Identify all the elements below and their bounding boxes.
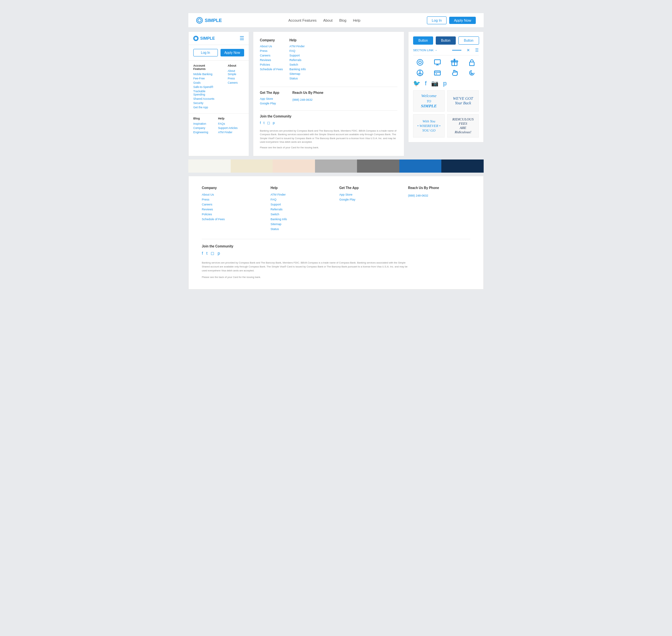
close-icon[interactable]: ✕ [467, 48, 470, 53]
footer-app-title: Get The App [260, 91, 279, 95]
blog-section: Blog Inspiration Company Engineering [193, 117, 208, 135]
bottom-instagram-icon[interactable]: ◻ [211, 251, 214, 256]
bottom-policies[interactable]: Policies [202, 213, 264, 216]
nav-careers[interactable]: Careers [228, 81, 244, 84]
mobile-logo-icon [193, 36, 199, 41]
bottom-legal-text-2: Please see the back of your Card for the… [202, 275, 412, 279]
nav-get-app[interactable]: Get the App [193, 106, 218, 109]
bottom-about-us[interactable]: About Us [202, 193, 264, 196]
nav-account-features[interactable]: Account Features [288, 18, 317, 22]
bottom-schedule-fees[interactable]: Schedule of Fees [202, 218, 264, 221]
instagram-brand-icon[interactable]: 📷 [431, 80, 439, 87]
footer-press[interactable]: Press [260, 49, 283, 53]
fingerprint-icon [465, 69, 479, 77]
section-link[interactable]: SECTION LINK → [413, 48, 437, 52]
footer-policies[interactable]: Policies [260, 63, 283, 66]
login-button[interactable]: Log In [427, 16, 447, 24]
facebook-icon[interactable]: f [260, 121, 261, 125]
bottom-press[interactable]: Press [202, 198, 264, 201]
footer-schedule-fees[interactable]: Schedule of Fees [260, 67, 283, 71]
footer-sitemap[interactable]: Sitemap [289, 72, 306, 76]
footer-support[interactable]: Support [289, 54, 306, 57]
nav-help[interactable]: Help [353, 18, 361, 22]
help-section: Help FAQs Support Articles ATM Finder [218, 117, 238, 135]
bottom-careers[interactable]: Careers [202, 203, 264, 206]
twitter-brand-icon[interactable]: 🐦 [413, 80, 420, 87]
account-features-section: Account Features Mobile Banking Fee-Free… [193, 64, 218, 110]
social-brand-row: 🐦 f 📷 𝕡 [413, 80, 479, 87]
component-btn-blue[interactable]: Button [413, 36, 433, 45]
mobile-login-button[interactable]: Log In [193, 49, 218, 56]
bottom-faq[interactable]: FAQ [271, 198, 333, 201]
with-you-text: With You• WHEREVER •YOU GO [418, 119, 441, 133]
nav-shared-accounts[interactable]: Shared Accounts [193, 97, 218, 100]
footer-app-store[interactable]: App Store [260, 97, 279, 100]
nav-links: Account Features About Blog Help [288, 18, 361, 22]
nav-inspiration[interactable]: Inspiration [193, 122, 208, 125]
monitor-icon [430, 59, 445, 66]
pinterest-brand-icon[interactable]: 𝕡 [443, 80, 447, 87]
nav-safe-to-spend[interactable]: Safe-to-Spend® [193, 85, 218, 88]
menu-icon[interactable]: ☰ [475, 48, 479, 53]
bottom-facebook-icon[interactable]: f [202, 251, 203, 256]
nav-fee-free[interactable]: Fee-Free [193, 77, 218, 80]
bottom-sitemap[interactable]: Sitemap [271, 222, 333, 226]
mobile-nav-buttons: Log In Apply Now [189, 45, 249, 61]
component-btn-dark[interactable]: Button [436, 36, 456, 45]
footer-careers[interactable]: Careers [260, 54, 283, 57]
instagram-icon[interactable]: ◻ [267, 121, 270, 125]
pinterest-icon[interactable]: p [273, 121, 274, 125]
footer-switch[interactable]: Switch [289, 63, 306, 66]
bottom-pinterest-icon[interactable]: p [218, 251, 220, 256]
nav-goals[interactable]: Goals [193, 81, 218, 84]
footer-referrals[interactable]: Referrals [289, 58, 306, 62]
nav-mobile-banking[interactable]: Mobile Banking [193, 73, 218, 76]
bottom-reviews[interactable]: Reviews [202, 208, 264, 211]
bottom-google-play[interactable]: Google Play [339, 198, 402, 201]
bottom-atm-finder[interactable]: ATM Finder [271, 193, 333, 196]
footer-banking-info[interactable]: Banking Info [289, 67, 306, 71]
nav-support-articles[interactable]: Support Articles [218, 126, 238, 130]
nav-company[interactable]: Company [193, 126, 208, 130]
twitter-icon[interactable]: t [264, 121, 264, 125]
bottom-referrals[interactable]: Referrals [271, 208, 333, 211]
nav-about[interactable]: About [323, 18, 333, 22]
footer-atm-finder[interactable]: ATM Finder [289, 45, 306, 48]
nav-press[interactable]: Press [228, 77, 244, 80]
swatch-light-gray [315, 159, 357, 173]
nav-faqs[interactable]: FAQs [218, 122, 238, 125]
bottom-app-store[interactable]: App Store [339, 193, 402, 196]
nav-atm-finder[interactable]: ATM Finder [218, 131, 238, 134]
footer-about-us[interactable]: About Us [260, 45, 283, 48]
facebook-brand-icon[interactable]: f [425, 80, 427, 87]
icons-grid [413, 59, 479, 77]
bottom-footer-divider [202, 239, 470, 239]
footer-reviews[interactable]: Reviews [260, 58, 283, 62]
nav-engineering[interactable]: Engineering [193, 131, 208, 134]
nav-security[interactable]: Security [193, 101, 218, 105]
mobile-nav-sections: Account Features Mobile Banking Fee-Free… [189, 61, 249, 113]
footer-google-play[interactable]: Google Play [260, 102, 279, 105]
logo: SIMPLE [196, 17, 222, 24]
bottom-banking-info[interactable]: Banking Info [271, 218, 333, 221]
bottom-status[interactable]: Status [271, 227, 333, 231]
bottom-social-icons: f t ◻ p [202, 251, 470, 256]
swatch-dark-blue [441, 159, 484, 173]
hand-icon [448, 69, 462, 77]
hamburger-icon[interactable]: ☰ [240, 35, 244, 41]
main-content: SIMPLE ☰ Log In Apply Now Account Featur… [188, 32, 484, 156]
footer-divider-2 [260, 110, 398, 111]
bottom-switch[interactable]: Switch [271, 213, 333, 216]
nav-blog[interactable]: Blog [339, 18, 346, 22]
footer-faq[interactable]: FAQ [289, 49, 306, 53]
bottom-support[interactable]: Support [271, 203, 333, 206]
component-btn-outline[interactable]: Button [459, 36, 479, 45]
footer-phone-title: Reach Us By Phone [292, 91, 323, 95]
footer-status[interactable]: Status [289, 77, 306, 80]
mobile-apply-button[interactable]: Apply Now [221, 49, 244, 56]
nav-trackable[interactable]: Trackable Spending [193, 90, 218, 96]
apply-button[interactable]: Apply Now [449, 17, 476, 24]
bottom-twitter-icon[interactable]: t [206, 251, 208, 256]
bottom-legal-text: Banking services are provided by Compass… [202, 261, 412, 273]
nav-about-simple[interactable]: About Simple [228, 69, 244, 76]
